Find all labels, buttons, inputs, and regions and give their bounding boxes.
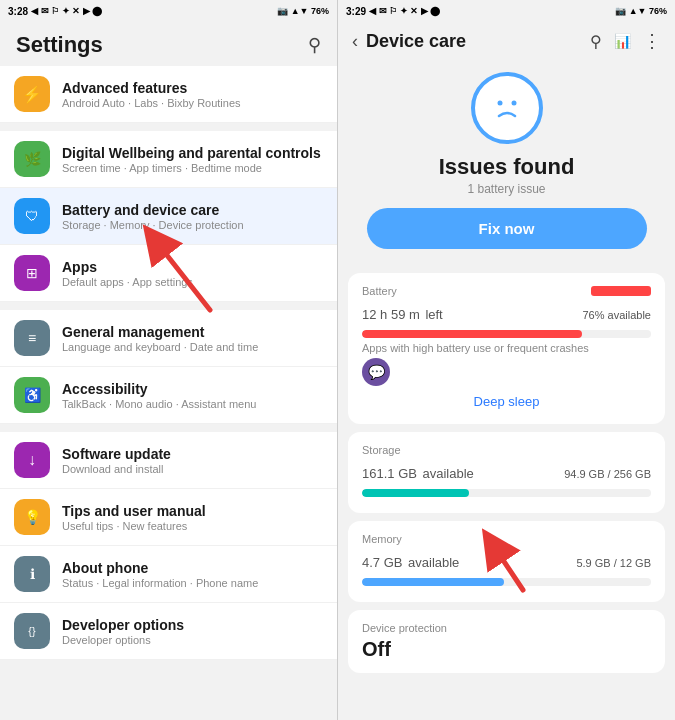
battery-indicator xyxy=(591,286,651,296)
software-update-sub: Download and install xyxy=(62,463,323,475)
settings-item-battery-device-care[interactable]: 🛡 Battery and device care Storage · Memo… xyxy=(0,188,337,245)
storage-right-label: 94.9 GB / 256 GB xyxy=(564,468,651,480)
advanced-features-icon: ⚡ xyxy=(14,76,50,112)
device-protection-card: Device protection Off xyxy=(348,610,665,673)
settings-item-apps[interactable]: ⊞ Apps Default apps · App settings xyxy=(0,245,337,302)
digital-wellbeing-title: Digital Wellbeing and parental controls xyxy=(62,145,323,161)
tips-manual-title: Tips and user manual xyxy=(62,503,323,519)
battery-device-care-icon: 🛡 xyxy=(14,198,50,234)
general-mgmt-icon: ≡ xyxy=(14,320,50,356)
settings-item-general-management[interactable]: ≡ General management Language and keyboa… xyxy=(0,310,337,367)
sys-icons-left: 📷 ▲▼ 76% xyxy=(277,6,329,16)
software-update-icon: ↓ xyxy=(14,442,50,478)
battery-card: Battery 12 h 59 m left 76% available App… xyxy=(348,273,665,424)
battery-device-care-sub: Storage · Memory · Device protection xyxy=(62,219,323,231)
tips-manual-icon: 💡 xyxy=(14,499,50,535)
app-icon-discord: 💬 xyxy=(362,358,390,386)
accessibility-icon: ♿ xyxy=(14,377,50,413)
cards-section: Battery 12 h 59 m left 76% available App… xyxy=(338,265,675,720)
settings-item-about-phone[interactable]: ℹ About phone Status · Legal information… xyxy=(0,546,337,603)
battery-bar xyxy=(362,330,651,338)
about-phone-sub: Status · Legal information · Phone name xyxy=(62,577,323,589)
settings-item-developer-options[interactable]: {} Developer options Developer options xyxy=(0,603,337,660)
svg-point-1 xyxy=(497,101,502,106)
accessibility-title: Accessibility xyxy=(62,381,323,397)
status-bar-left: 3:28 ◀ ✉ ⚐ ✦ ✕ ▶ ⬤ 📷 ▲▼ 76% xyxy=(0,0,337,22)
battery-right-label: 76% available xyxy=(583,309,652,321)
fix-now-button[interactable]: Fix now xyxy=(367,208,647,249)
settings-list: ⚡ Advanced features Android Auto · Labs … xyxy=(0,66,337,720)
battery-value: 12 h 59 m left xyxy=(362,301,443,323)
memory-card: Memory 4.7 GB available 5.9 GB / 12 GB xyxy=(348,521,665,602)
device-care-title: Device care xyxy=(366,31,466,52)
time-left: 3:28 xyxy=(8,6,28,17)
accessibility-sub: TalkBack · Mono audio · Assistant menu xyxy=(62,398,323,410)
issues-sub: 1 battery issue xyxy=(467,182,545,196)
developer-options-title: Developer options xyxy=(62,617,323,633)
storage-card: Storage 161.1 GB available 94.9 GB / 256… xyxy=(348,432,665,513)
battery-label: Battery xyxy=(362,285,397,297)
device-protection-value: Off xyxy=(362,638,651,661)
apps-sub: Default apps · App settings xyxy=(62,276,323,288)
software-update-title: Software update xyxy=(62,446,323,462)
settings-item-tips-manual[interactable]: 💡 Tips and user manual Useful tips · New… xyxy=(0,489,337,546)
advanced-features-title: Advanced features xyxy=(62,80,323,96)
storage-bar xyxy=(362,489,651,497)
sys-icons-right: 📷 ▲▼ 76% xyxy=(615,6,667,16)
issues-section: Issues found 1 battery issue Fix now xyxy=(338,60,675,265)
chart-icon[interactable]: 📊 xyxy=(614,33,631,49)
status-bar-right: 3:29 ◀ ✉ ⚐ ✦ ✕ ▶ ⬤ 📷 ▲▼ 76% xyxy=(338,0,675,22)
memory-label: Memory xyxy=(362,533,402,545)
storage-fill xyxy=(362,489,469,497)
storage-value: 161.1 GB available xyxy=(362,460,474,482)
settings-item-advanced-features[interactable]: ⚡ Advanced features Android Auto · Labs … xyxy=(0,66,337,123)
settings-item-digital-wellbeing[interactable]: 🌿 Digital Wellbeing and parental control… xyxy=(0,131,337,188)
more-icon[interactable]: ⋮ xyxy=(643,30,661,52)
search-icon-right[interactable]: ⚲ xyxy=(590,32,602,51)
device-care-header: ‹ Device care ⚲ 📊 ⋮ xyxy=(338,22,675,60)
notif-icons-left: ◀ ✉ ⚐ ✦ ✕ ▶ ⬤ xyxy=(31,6,102,16)
storage-label: Storage xyxy=(362,444,401,456)
deep-sleep-link[interactable]: Deep sleep xyxy=(474,394,540,409)
memory-value-suffix: available xyxy=(408,555,459,570)
issues-title: Issues found xyxy=(439,154,575,180)
battery-sub: Apps with high battery use or frequent c… xyxy=(362,342,651,354)
tips-manual-sub: Useful tips · New features xyxy=(62,520,323,532)
apps-title: Apps xyxy=(62,259,323,275)
general-mgmt-sub: Language and keyboard · Date and time xyxy=(62,341,323,353)
sad-face-svg xyxy=(485,86,529,130)
deep-sleep-row: Deep sleep xyxy=(362,386,651,412)
about-phone-title: About phone xyxy=(62,560,323,576)
memory-fill xyxy=(362,578,504,586)
memory-right-label: 5.9 GB / 12 GB xyxy=(576,557,651,569)
notif-icons-right: ◀ ✉ ⚐ ✦ ✕ ▶ ⬤ xyxy=(369,6,440,16)
battery-fill xyxy=(362,330,582,338)
storage-value-suffix: available xyxy=(423,466,474,481)
battery-value-suffix: left xyxy=(425,307,442,322)
settings-item-accessibility[interactable]: ♿ Accessibility TalkBack · Mono audio · … xyxy=(0,367,337,424)
developer-options-sub: Developer options xyxy=(62,634,323,646)
developer-options-icon: {} xyxy=(14,613,50,649)
digital-wellbeing-icon: 🌿 xyxy=(14,141,50,177)
svg-point-2 xyxy=(511,101,516,106)
settings-title: Settings xyxy=(16,32,103,58)
search-icon[interactable]: ⚲ xyxy=(308,34,321,56)
battery-device-care-title: Battery and device care xyxy=(62,202,323,218)
settings-item-software-update[interactable]: ↓ Software update Download and install xyxy=(0,432,337,489)
digital-wellbeing-sub: Screen time · App timers · Bedtime mode xyxy=(62,162,323,174)
battery-app-icons: 💬 xyxy=(362,358,651,386)
advanced-features-sub: Android Auto · Labs · Bixby Routines xyxy=(62,97,323,109)
general-mgmt-title: General management xyxy=(62,324,323,340)
about-phone-icon: ℹ xyxy=(14,556,50,592)
memory-bar xyxy=(362,578,651,586)
memory-value: 4.7 GB available xyxy=(362,549,459,571)
apps-icon: ⊞ xyxy=(14,255,50,291)
back-icon[interactable]: ‹ xyxy=(352,31,358,52)
device-protection-label: Device protection xyxy=(362,622,447,634)
time-right: 3:29 xyxy=(346,6,366,17)
settings-header: Settings ⚲ xyxy=(0,22,337,66)
sad-face-icon xyxy=(471,72,543,144)
